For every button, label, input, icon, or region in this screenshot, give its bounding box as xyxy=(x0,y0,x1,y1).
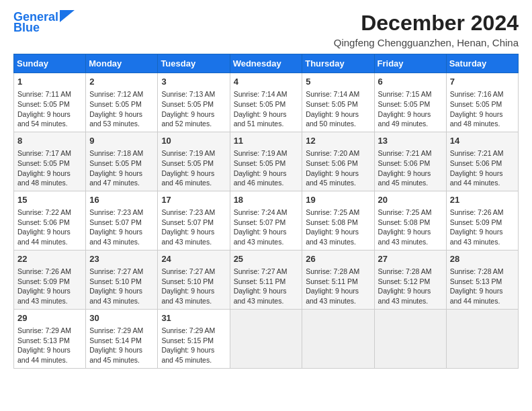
calendar-header-friday: Friday xyxy=(374,54,446,73)
logo: General Blue xyxy=(13,11,75,35)
day-info: Sunrise: 7:29 AMSunset: 5:14 PMDaylight:… xyxy=(89,326,154,365)
day-info: Sunrise: 7:20 AMSunset: 5:06 PMDaylight:… xyxy=(306,148,370,188)
day-info: Sunrise: 7:26 AMSunset: 5:09 PMDaylight:… xyxy=(450,208,515,247)
day-info: Sunrise: 7:25 AMSunset: 5:08 PMDaylight:… xyxy=(378,208,443,247)
day-info: Sunrise: 7:28 AMSunset: 5:11 PMDaylight:… xyxy=(306,267,370,306)
day-info: Sunrise: 7:18 AMSunset: 5:05 PMDaylight:… xyxy=(89,148,154,188)
calendar-cell: 19Sunrise: 7:25 AMSunset: 5:08 PMDayligh… xyxy=(302,191,374,250)
day-number: 18 xyxy=(234,194,299,206)
day-number: 22 xyxy=(17,253,82,265)
calendar-cell: 14Sunrise: 7:21 AMSunset: 5:06 PMDayligh… xyxy=(446,132,518,191)
calendar-cell xyxy=(302,309,374,368)
day-info: Sunrise: 7:21 AMSunset: 5:06 PMDaylight:… xyxy=(450,148,515,188)
day-number: 28 xyxy=(450,253,515,265)
calendar-cell: 31Sunrise: 7:29 AMSunset: 5:15 PMDayligh… xyxy=(158,309,230,368)
day-number: 13 xyxy=(378,135,443,147)
day-number: 6 xyxy=(378,76,443,88)
day-info: Sunrise: 7:15 AMSunset: 5:05 PMDaylight:… xyxy=(378,89,443,129)
calendar-body: 1Sunrise: 7:11 AMSunset: 5:05 PMDaylight… xyxy=(14,73,519,369)
day-number: 2 xyxy=(89,76,154,88)
day-info: Sunrise: 7:27 AMSunset: 5:10 PMDaylight:… xyxy=(89,267,154,306)
day-number: 31 xyxy=(161,312,226,324)
day-info: Sunrise: 7:12 AMSunset: 5:05 PMDaylight:… xyxy=(89,89,154,129)
calendar-cell: 22Sunrise: 7:26 AMSunset: 5:09 PMDayligh… xyxy=(14,250,86,309)
day-info: Sunrise: 7:28 AMSunset: 5:13 PMDaylight:… xyxy=(450,267,515,306)
calendar-week-row: 8Sunrise: 7:17 AMSunset: 5:05 PMDaylight… xyxy=(14,132,519,191)
day-info: Sunrise: 7:14 AMSunset: 5:05 PMDaylight:… xyxy=(306,89,370,129)
logo-arrow-icon xyxy=(60,10,75,22)
day-number: 24 xyxy=(161,253,226,265)
calendar-cell: 28Sunrise: 7:28 AMSunset: 5:13 PMDayligh… xyxy=(446,250,518,309)
calendar-header-wednesday: Wednesday xyxy=(230,54,302,73)
calendar-cell: 30Sunrise: 7:29 AMSunset: 5:14 PMDayligh… xyxy=(86,309,158,368)
calendar-cell: 1Sunrise: 7:11 AMSunset: 5:05 PMDaylight… xyxy=(14,73,86,132)
day-info: Sunrise: 7:22 AMSunset: 5:06 PMDaylight:… xyxy=(17,208,82,247)
calendar-cell: 6Sunrise: 7:15 AMSunset: 5:05 PMDaylight… xyxy=(374,73,446,132)
day-number: 14 xyxy=(450,135,515,147)
calendar-cell: 16Sunrise: 7:23 AMSunset: 5:07 PMDayligh… xyxy=(86,191,158,250)
day-info: Sunrise: 7:23 AMSunset: 5:07 PMDaylight:… xyxy=(161,208,226,247)
calendar-cell: 11Sunrise: 7:19 AMSunset: 5:05 PMDayligh… xyxy=(230,132,302,191)
calendar-cell: 18Sunrise: 7:24 AMSunset: 5:07 PMDayligh… xyxy=(230,191,302,250)
day-info: Sunrise: 7:13 AMSunset: 5:05 PMDaylight:… xyxy=(161,89,226,129)
calendar-header-saturday: Saturday xyxy=(446,54,518,73)
day-number: 25 xyxy=(234,253,299,265)
logo-text-blue: Blue xyxy=(13,21,40,35)
day-info: Sunrise: 7:11 AMSunset: 5:05 PMDaylight:… xyxy=(17,89,82,129)
calendar-cell: 24Sunrise: 7:27 AMSunset: 5:10 PMDayligh… xyxy=(158,250,230,309)
calendar-header-tuesday: Tuesday xyxy=(158,54,230,73)
calendar-cell: 9Sunrise: 7:18 AMSunset: 5:05 PMDaylight… xyxy=(86,132,158,191)
day-info: Sunrise: 7:29 AMSunset: 5:15 PMDaylight:… xyxy=(161,326,226,365)
month-title: December 2024 xyxy=(334,11,519,36)
calendar-cell: 23Sunrise: 7:27 AMSunset: 5:10 PMDayligh… xyxy=(86,250,158,309)
day-info: Sunrise: 7:19 AMSunset: 5:05 PMDaylight:… xyxy=(161,148,226,188)
calendar-cell: 10Sunrise: 7:19 AMSunset: 5:05 PMDayligh… xyxy=(158,132,230,191)
calendar-cell: 27Sunrise: 7:28 AMSunset: 5:12 PMDayligh… xyxy=(374,250,446,309)
calendar-cell: 29Sunrise: 7:29 AMSunset: 5:13 PMDayligh… xyxy=(14,309,86,368)
day-info: Sunrise: 7:24 AMSunset: 5:07 PMDaylight:… xyxy=(234,208,299,247)
calendar-cell: 15Sunrise: 7:22 AMSunset: 5:06 PMDayligh… xyxy=(14,191,86,250)
calendar-cell: 3Sunrise: 7:13 AMSunset: 5:05 PMDaylight… xyxy=(158,73,230,132)
page-header: General Blue December 2024 Qingfeng Chen… xyxy=(13,11,519,48)
calendar-cell: 4Sunrise: 7:14 AMSunset: 5:05 PMDaylight… xyxy=(230,73,302,132)
calendar-cell xyxy=(446,309,518,368)
calendar-week-row: 29Sunrise: 7:29 AMSunset: 5:13 PMDayligh… xyxy=(14,309,519,368)
day-info: Sunrise: 7:26 AMSunset: 5:09 PMDaylight:… xyxy=(17,267,82,306)
day-number: 16 xyxy=(89,194,154,206)
calendar-cell: 25Sunrise: 7:27 AMSunset: 5:11 PMDayligh… xyxy=(230,250,302,309)
calendar-table: SundayMondayTuesdayWednesdayThursdayFrid… xyxy=(13,54,519,369)
day-info: Sunrise: 7:29 AMSunset: 5:13 PMDaylight:… xyxy=(17,326,82,365)
calendar-week-row: 15Sunrise: 7:22 AMSunset: 5:06 PMDayligh… xyxy=(14,191,519,250)
day-info: Sunrise: 7:14 AMSunset: 5:05 PMDaylight:… xyxy=(234,89,299,129)
calendar-week-row: 22Sunrise: 7:26 AMSunset: 5:09 PMDayligh… xyxy=(14,250,519,309)
day-info: Sunrise: 7:25 AMSunset: 5:08 PMDaylight:… xyxy=(306,208,370,247)
calendar-cell: 17Sunrise: 7:23 AMSunset: 5:07 PMDayligh… xyxy=(158,191,230,250)
calendar-cell xyxy=(230,309,302,368)
day-number: 12 xyxy=(306,135,370,147)
day-number: 20 xyxy=(378,194,443,206)
day-info: Sunrise: 7:23 AMSunset: 5:07 PMDaylight:… xyxy=(89,208,154,247)
day-number: 5 xyxy=(306,76,370,88)
calendar-cell xyxy=(374,309,446,368)
day-number: 11 xyxy=(234,135,299,147)
calendar-header-thursday: Thursday xyxy=(302,54,374,73)
day-info: Sunrise: 7:21 AMSunset: 5:06 PMDaylight:… xyxy=(378,148,443,188)
day-info: Sunrise: 7:27 AMSunset: 5:11 PMDaylight:… xyxy=(234,267,299,306)
calendar-header-sunday: Sunday xyxy=(14,54,86,73)
calendar-cell: 5Sunrise: 7:14 AMSunset: 5:05 PMDaylight… xyxy=(302,73,374,132)
day-info: Sunrise: 7:16 AMSunset: 5:05 PMDaylight:… xyxy=(450,89,515,129)
calendar-cell: 7Sunrise: 7:16 AMSunset: 5:05 PMDaylight… xyxy=(446,73,518,132)
day-number: 27 xyxy=(378,253,443,265)
location-title: Qingfeng Chengguanzhen, Henan, China xyxy=(334,37,519,48)
day-number: 21 xyxy=(450,194,515,206)
day-number: 8 xyxy=(17,135,82,147)
day-number: 17 xyxy=(161,194,226,206)
day-info: Sunrise: 7:28 AMSunset: 5:12 PMDaylight:… xyxy=(378,267,443,306)
svg-marker-0 xyxy=(60,10,75,22)
day-info: Sunrise: 7:17 AMSunset: 5:05 PMDaylight:… xyxy=(17,148,82,188)
day-number: 3 xyxy=(161,76,226,88)
day-number: 26 xyxy=(306,253,370,265)
day-number: 4 xyxy=(234,76,299,88)
calendar-cell: 2Sunrise: 7:12 AMSunset: 5:05 PMDaylight… xyxy=(86,73,158,132)
day-info: Sunrise: 7:27 AMSunset: 5:10 PMDaylight:… xyxy=(161,267,226,306)
